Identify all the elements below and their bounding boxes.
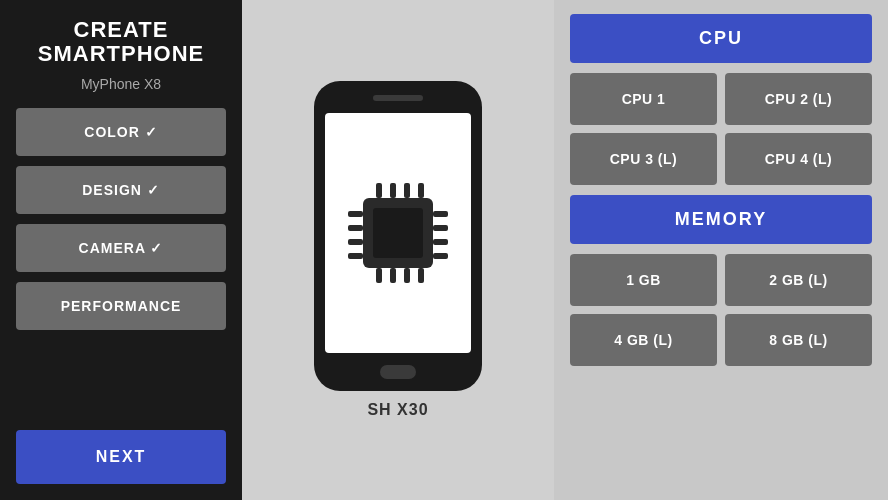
cpu4-button[interactable]: CPU 4 (L)	[725, 133, 872, 185]
sidebar: CREATE SMARTPHONE MyPhone X8 COLOR ✓ DES…	[0, 0, 242, 500]
color-button[interactable]: COLOR ✓	[16, 108, 226, 156]
memory-section-header: MEMORY	[570, 195, 872, 244]
chip-label: SH X30	[367, 401, 428, 419]
mem8gb-button[interactable]: 8 GB (L)	[725, 314, 872, 366]
cpu-section-header: CPU	[570, 14, 872, 63]
design-button[interactable]: DESIGN ✓	[16, 166, 226, 214]
svg-rect-16	[404, 268, 410, 283]
cpu3-button[interactable]: CPU 3 (L)	[570, 133, 717, 185]
svg-rect-3	[348, 225, 363, 231]
phone-body	[314, 81, 482, 391]
phone-preview-area: SH X30	[242, 0, 554, 500]
svg-rect-13	[418, 183, 424, 198]
phone-container: SH X30	[314, 81, 482, 419]
phone-screen	[325, 113, 471, 353]
cpu-chip-icon	[338, 173, 458, 293]
performance-button[interactable]: PERFORMANCE	[16, 282, 226, 330]
svg-rect-17	[418, 268, 424, 283]
mem4gb-button[interactable]: 4 GB (L)	[570, 314, 717, 366]
phone-name: MyPhone X8	[81, 76, 161, 92]
svg-rect-6	[433, 211, 448, 217]
cpu-options-grid: CPU 1 CPU 2 (L) CPU 3 (L) CPU 4 (L)	[570, 73, 872, 185]
svg-rect-5	[348, 253, 363, 259]
svg-rect-9	[433, 253, 448, 259]
svg-rect-2	[348, 211, 363, 217]
svg-rect-15	[390, 268, 396, 283]
svg-rect-12	[404, 183, 410, 198]
svg-rect-10	[376, 183, 382, 198]
svg-rect-11	[390, 183, 396, 198]
cpu2-button[interactable]: CPU 2 (L)	[725, 73, 872, 125]
phone-home-button	[380, 365, 416, 379]
camera-button[interactable]: CAMERA ✓	[16, 224, 226, 272]
cpu1-button[interactable]: CPU 1	[570, 73, 717, 125]
memory-options-grid: 1 GB 2 GB (L) 4 GB (L) 8 GB (L)	[570, 254, 872, 366]
svg-rect-8	[433, 239, 448, 245]
page-title: CREATE SMARTPHONE	[16, 18, 226, 66]
svg-rect-4	[348, 239, 363, 245]
next-button[interactable]: NEXT	[16, 430, 226, 484]
mem2gb-button[interactable]: 2 GB (L)	[725, 254, 872, 306]
svg-rect-1	[373, 208, 423, 258]
svg-rect-14	[376, 268, 382, 283]
svg-rect-7	[433, 225, 448, 231]
mem1gb-button[interactable]: 1 GB	[570, 254, 717, 306]
phone-speaker	[373, 95, 423, 101]
right-panel: CPU CPU 1 CPU 2 (L) CPU 3 (L) CPU 4 (L) …	[554, 0, 888, 500]
